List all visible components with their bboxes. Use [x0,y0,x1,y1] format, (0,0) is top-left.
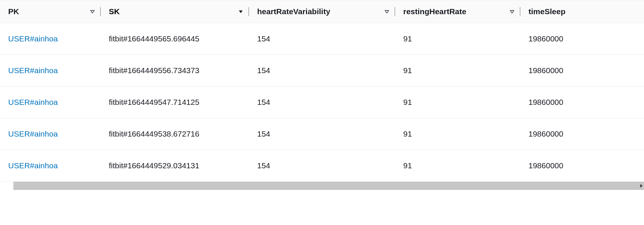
pk-link[interactable]: USER#ainhoa [8,34,58,43]
sort-icon[interactable] [509,9,515,15]
cell-ts: 19860000 [520,150,644,182]
column-label: restingHeartRate [403,7,466,16]
column-label: heartRateVariability [257,7,330,16]
cell-hrv: 154 [249,87,395,118]
table-row[interactable]: USER#ainhoa fitbit#1664449565.696445 154… [0,23,644,55]
column-header-ts[interactable]: timeSleep [520,0,644,23]
table-row[interactable]: USER#ainhoa fitbit#1664449538.672716 154… [0,118,644,150]
cell-pk: USER#ainhoa [0,87,101,118]
sort-icon[interactable] [384,9,390,15]
table-row[interactable]: USER#ainhoa fitbit#1664449529.034131 154… [0,150,644,182]
pk-link[interactable]: USER#ainhoa [8,66,58,75]
cell-rhr: 91 [395,87,520,118]
sort-icon[interactable] [89,9,95,15]
cell-sk: fitbit#1664449538.672716 [101,118,249,150]
cell-rhr: 91 [395,23,520,55]
cell-sk: fitbit#1664449529.034131 [101,150,249,182]
cell-sk: fitbit#1664449565.696445 [101,23,249,55]
column-label: SK [109,7,120,16]
cell-ts: 19860000 [520,55,644,87]
cell-pk: USER#ainhoa [0,150,101,182]
cell-ts: 19860000 [520,118,644,150]
cell-sk: fitbit#1664449556.734373 [101,55,249,87]
cell-pk: USER#ainhoa [0,23,101,55]
table-row[interactable]: USER#ainhoa fitbit#1664449547.714125 154… [0,87,644,118]
cell-hrv: 154 [249,23,395,55]
pk-link[interactable]: USER#ainhoa [8,161,58,170]
column-header-hrv[interactable]: heartRateVariability [249,0,395,23]
column-header-pk[interactable]: PK [0,0,101,23]
horizontal-scrollbar[interactable] [13,182,644,190]
cell-pk: USER#ainhoa [0,55,101,87]
cell-ts: 19860000 [520,23,644,55]
cell-sk: fitbit#1664449547.714125 [101,87,249,118]
cell-pk: USER#ainhoa [0,118,101,150]
cell-rhr: 91 [395,118,520,150]
sort-desc-icon[interactable] [238,9,244,15]
cell-hrv: 154 [249,150,395,182]
cell-hrv: 154 [249,55,395,87]
cell-rhr: 91 [395,150,520,182]
column-label: PK [8,7,19,16]
cell-hrv: 154 [249,118,395,150]
column-header-sk[interactable]: SK [101,0,249,23]
cell-ts: 19860000 [520,87,644,118]
scroll-right-icon[interactable] [640,184,643,188]
column-header-rhr[interactable]: restingHeartRate [395,0,520,23]
column-label: timeSleep [528,7,565,16]
pk-link[interactable]: USER#ainhoa [8,129,58,138]
pk-link[interactable]: USER#ainhoa [8,98,58,106]
table-row[interactable]: USER#ainhoa fitbit#1664449556.734373 154… [0,55,644,87]
items-table: PK SK heartRateVariability [0,0,644,182]
table-header-row: PK SK heartRateVariability [0,0,644,23]
cell-rhr: 91 [395,55,520,87]
